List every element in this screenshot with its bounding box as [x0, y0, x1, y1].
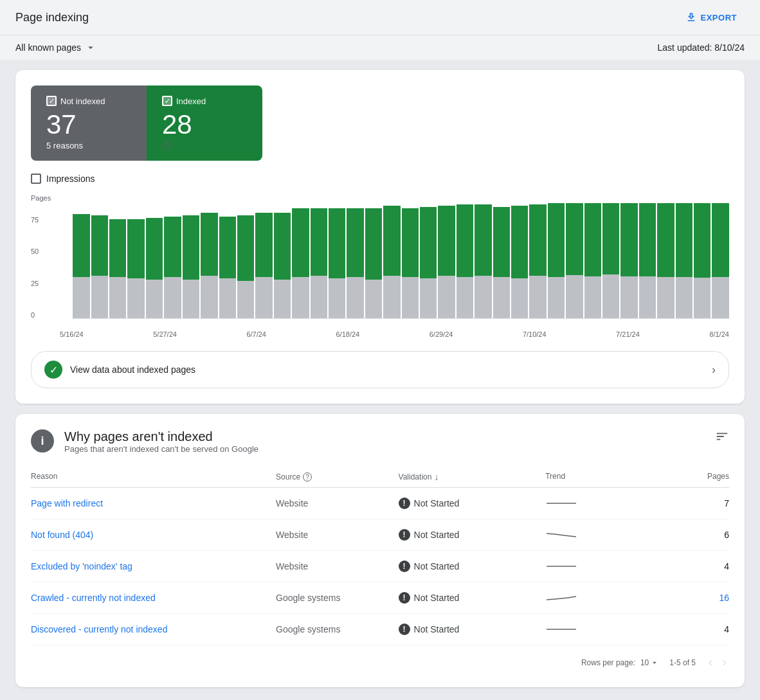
x-tick: 5/27/24	[153, 330, 177, 338]
bar-gray	[237, 281, 254, 318]
green-check-icon: ✓	[44, 361, 62, 379]
chart-bar-group	[347, 203, 363, 318]
table-footer: Rows per page: 10 1-5 of 5 ‹ ›	[31, 645, 729, 672]
x-tick: 7/10/24	[523, 330, 547, 338]
chart-bar-group	[620, 203, 637, 318]
trend-cell	[545, 528, 668, 541]
validation-status: Not Started	[414, 624, 460, 634]
chart-bar-group	[146, 203, 163, 318]
source-text: Website	[276, 530, 399, 540]
bar-gray	[255, 277, 272, 318]
validation-cell: ! Not Started	[399, 561, 546, 572]
chart-bar-group	[329, 203, 345, 318]
chart-bar-group	[438, 203, 455, 318]
download-icon	[685, 12, 697, 23]
pagination-info: 1-5 of 5	[669, 658, 696, 667]
x-tick: 6/18/24	[336, 330, 360, 338]
bar-gray	[584, 276, 601, 318]
chart-area: Pages 75 50 25 0	[31, 194, 729, 323]
bar-green	[91, 215, 108, 276]
bar-gray	[602, 274, 619, 318]
impressions-checkbox[interactable]	[31, 174, 41, 184]
bar-gray	[402, 277, 419, 318]
bar-gray	[712, 277, 728, 318]
chart-bar-group	[639, 203, 656, 318]
source-text: Google systems	[276, 593, 399, 603]
reason-link[interactable]: Not found (404)	[31, 530, 276, 540]
bar-gray	[91, 276, 108, 318]
reason-link[interactable]: Page with redirect	[31, 498, 276, 508]
table-rows: Page with redirect Website ! Not Started…	[31, 488, 729, 645]
bar-green	[676, 203, 692, 277]
x-tick: 7/21/24	[616, 330, 640, 338]
source-help-icon[interactable]: ?	[303, 472, 312, 481]
pages-count: 6	[668, 530, 729, 540]
bar-green	[694, 203, 710, 278]
reason-link[interactable]: Crawled - currently not indexed	[31, 593, 276, 603]
section-header-left: i Why pages aren't indexed Pages that ar…	[31, 429, 258, 454]
not-indexed-box: Not indexed 37 5 reasons ?	[31, 85, 147, 161]
bar-green	[602, 203, 619, 274]
bar-gray	[676, 277, 692, 318]
section-subtitle: Pages that aren't indexed can't be serve…	[64, 444, 258, 454]
trend-flat-icon	[545, 623, 577, 636]
indexed-help-icon[interactable]: ?	[162, 141, 171, 150]
bar-gray	[365, 280, 382, 318]
why-not-indexed-card: i Why pages aren't indexed Pages that ar…	[15, 414, 745, 687]
bar-gray	[219, 278, 236, 318]
help-icon[interactable]: ?	[87, 141, 96, 150]
indexed-checkbox	[162, 96, 172, 106]
bar-gray	[311, 276, 327, 318]
y-tick-25: 25	[31, 280, 39, 287]
pages-count: 16	[668, 593, 729, 603]
chart-bar-group	[365, 203, 382, 318]
last-updated: Last updated: 8/10/24	[658, 42, 745, 53]
chart-bar-group	[457, 203, 473, 318]
chart-bar-group	[91, 203, 108, 318]
chart-bar-group	[292, 203, 309, 318]
y-tick-50: 50	[31, 247, 39, 255]
x-tick: 6/29/24	[430, 330, 453, 338]
x-tick: 6/7/24	[246, 330, 266, 338]
filter-dropdown[interactable]: All known pages	[15, 42, 96, 53]
bar-gray	[420, 278, 437, 318]
rows-per-page-select[interactable]: 10	[640, 658, 659, 667]
chevron-down-icon	[85, 42, 96, 53]
bar-green	[438, 206, 455, 276]
view-data-label: View data about indexed pages	[70, 364, 195, 375]
x-axis: 5/16/245/27/246/7/246/18/246/29/247/10/2…	[60, 328, 729, 341]
chart-bar-group	[548, 203, 565, 318]
bar-green	[493, 207, 510, 277]
bar-gray	[127, 278, 144, 318]
validation-cell: ! Not Started	[399, 624, 546, 635]
bar-green	[420, 207, 437, 278]
reason-link[interactable]: Discovered - currently not indexed	[31, 624, 276, 634]
pages-count: 4	[668, 561, 729, 571]
bar-green	[201, 213, 217, 276]
view-data-link[interactable]: ✓ View data about indexed pages ›	[31, 351, 729, 388]
bar-green	[183, 215, 199, 280]
bar-green	[255, 213, 272, 277]
info-icon: i	[31, 429, 54, 453]
section-title-block: Why pages aren't indexed Pages that aren…	[64, 429, 258, 454]
y-tick-75: 75	[31, 216, 39, 224]
bar-green	[457, 204, 473, 277]
bar-gray	[201, 276, 217, 318]
bar-gray	[383, 276, 400, 318]
chart-bar-group	[584, 203, 601, 318]
trend-flat-icon	[545, 560, 577, 573]
pagination-nav: ‹ ›	[706, 653, 729, 672]
prev-page-button[interactable]: ‹	[706, 653, 715, 672]
bar-gray	[511, 278, 528, 318]
pages-count: 4	[668, 624, 729, 634]
bar-green	[657, 203, 674, 277]
section-title: Why pages aren't indexed	[64, 429, 258, 444]
export-button[interactable]: EXPORT	[678, 8, 745, 27]
bar-green	[383, 206, 400, 276]
table-row: Excluded by 'noindex' tag Website ! Not …	[31, 551, 729, 582]
reason-link[interactable]: Excluded by 'noindex' tag	[31, 561, 276, 571]
filter-icon[interactable]	[715, 429, 729, 447]
chart-bar-group	[475, 203, 491, 318]
bar-green	[127, 219, 144, 278]
next-page-button[interactable]: ›	[720, 653, 729, 672]
